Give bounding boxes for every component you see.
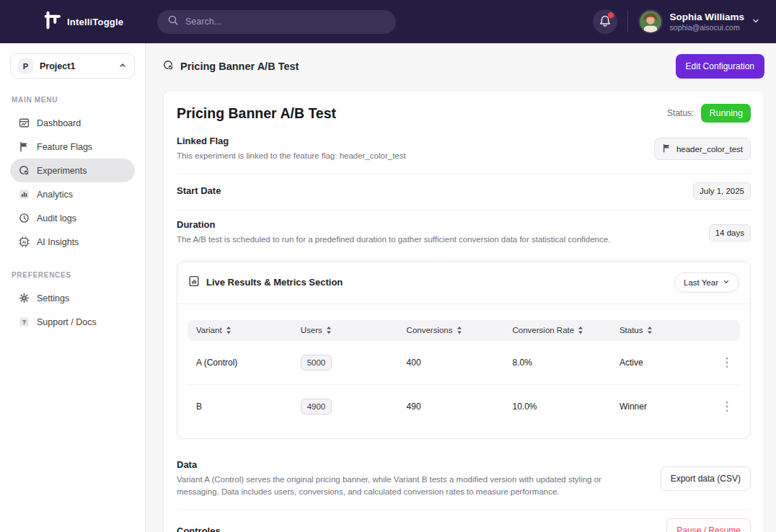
cell-rate: 10.0% (513, 402, 620, 412)
results-table: Variant Users Conversions Conversion Rat… (177, 304, 750, 438)
navbar-divider (627, 11, 628, 32)
chevron-up-icon (118, 60, 127, 73)
metrics-chart-icon (188, 275, 200, 290)
sidebar-item-settings[interactable]: Settings (10, 286, 135, 310)
linked-flag-chip[interactable]: header_color_test (654, 138, 751, 160)
edit-configuration-button[interactable]: Edit Configuration (676, 54, 764, 79)
user-menu[interactable]: Sophia Williams sophia@aisocui.com (638, 9, 760, 34)
data-row: Data Variant A (Control) serves the orig… (177, 451, 751, 510)
top-navbar: IntelliToggle Sophia Williams sophia@ais… (0, 0, 776, 43)
row-menu-button[interactable] (723, 398, 731, 415)
user-email: sophia@aisocui.com (670, 23, 744, 32)
section-label-preferences: PREFERENCES (12, 271, 135, 279)
sidebar-item-feature-flags[interactable]: Feature Flags (10, 135, 135, 159)
row-menu-button[interactable] (723, 354, 731, 371)
page-title: Pricing Banner A/B Test (180, 61, 299, 72)
duration-value[interactable]: 14 days (709, 224, 751, 241)
duration-row: Duration The A/B test is scheduled to ru… (177, 210, 751, 257)
data-description: Variant A (Control) serves the original … (177, 474, 624, 500)
cell-users[interactable]: 4900 (301, 399, 332, 414)
user-info: Sophia Williams sophia@aisocui.com (670, 12, 744, 32)
project-name: Project1 (40, 61, 112, 71)
controls-title: Controles (177, 526, 221, 532)
experiments-icon (19, 165, 30, 176)
cell-variant: A (Control) (196, 358, 301, 368)
cell-users[interactable]: 5000 (301, 355, 332, 371)
question-icon: ? (19, 316, 30, 327)
clock-icon (19, 213, 30, 223)
linked-flag-text: Linked Flag This experiment is linked to… (177, 136, 406, 163)
sidebar-item-label: Analytics (37, 190, 73, 200)
svg-text:?: ? (22, 319, 26, 326)
table-row: A (Control) 5000 400 8.0% Active (188, 341, 740, 384)
export-csv-button[interactable]: Export data (CSV) (661, 466, 751, 491)
project-initial-badge: P (18, 58, 33, 74)
column-header-conversions[interactable]: Conversions (407, 326, 513, 334)
column-header-status[interactable]: Status (620, 326, 702, 334)
column-header-users[interactable]: Users (301, 326, 407, 334)
sidebar-item-analytics[interactable]: Analytics (10, 182, 135, 206)
cell-rate: 8.0% (513, 358, 620, 368)
dashboard-icon (19, 118, 30, 128)
section-label-main-menu: MAIN MENU (12, 96, 135, 104)
gear-icon (19, 293, 30, 303)
data-title: Data (177, 459, 624, 470)
sidebar-item-ai-insights[interactable]: AI AI Insights (10, 230, 135, 254)
avatar (638, 9, 663, 34)
sidebar-item-experiments[interactable]: Experiments (10, 159, 135, 182)
sort-icon (647, 326, 653, 334)
pause-resume-button[interactable]: Pause / Resume (666, 518, 751, 532)
chevron-down-icon (723, 278, 730, 287)
time-range-dropdown[interactable]: Last Year (674, 272, 739, 293)
column-header-conversion-rate[interactable]: Conversion Rate (513, 326, 620, 334)
duration-description: The A/B test is scheduled to run for a p… (177, 234, 610, 247)
column-header-variant[interactable]: Variant (196, 326, 301, 334)
search-input[interactable] (185, 17, 386, 27)
page-header-title-group: Pricing Banner A/B Test (163, 60, 299, 73)
start-date-title: Start Date (177, 185, 221, 196)
results-card: Live Results & Metrics Section Last Year… (177, 261, 751, 439)
kebab-icon (726, 401, 728, 412)
linked-flag-value: header_color_test (676, 145, 743, 154)
navbar-right: Sophia Williams sophia@aisocui.com (593, 9, 760, 34)
page-header: Pricing Banner A/B Test Edit Configurati… (146, 43, 776, 89)
status-label: Status: (667, 108, 694, 118)
status-wrap: Status: Running (667, 104, 751, 123)
kebab-icon (726, 357, 728, 368)
start-date-value[interactable]: July 1, 2025 (693, 182, 751, 200)
table-header-row: Variant Users Conversions Conversion Rat… (188, 320, 740, 341)
start-date-row: Start Date July 1, 2025 (177, 174, 751, 210)
brand[interactable]: IntelliToggle (43, 9, 157, 34)
cell-status: Winner (620, 402, 702, 412)
controls-row: Controles Pause / Resume (177, 510, 751, 532)
ai-chip-icon: AI (19, 236, 30, 247)
notifications-button[interactable] (593, 9, 617, 34)
main-content: Pricing Banner A/B Test Edit Configurati… (146, 43, 776, 532)
search-icon (167, 14, 179, 29)
duration-text: Duration The A/B test is scheduled to ru… (177, 219, 610, 247)
sort-icon (457, 326, 462, 334)
table-row: B 4900 490 10.0% Winner (188, 385, 740, 428)
sidebar-item-label: Audit logs (37, 213, 76, 223)
results-title: Live Results & Metrics Section (206, 277, 343, 288)
intellitoggle-logo-icon (43, 9, 62, 34)
sort-icon (226, 326, 232, 334)
search-box[interactable] (157, 10, 396, 34)
linked-flag-row: Linked Flag This experiment is linked to… (177, 133, 751, 173)
sidebar-item-label: AI Insights (37, 237, 79, 247)
results-header: Live Results & Metrics Section Last Year (177, 262, 750, 303)
sidebar-item-audit-logs[interactable]: Audit logs (10, 206, 135, 230)
sidebar-item-label: Experiments (37, 166, 87, 176)
chevron-down-icon[interactable] (751, 15, 760, 28)
user-name: Sophia Williams (670, 12, 744, 24)
sidebar-item-dashboard[interactable]: Dashboard (10, 111, 135, 135)
duration-title: Duration (177, 219, 610, 230)
sidebar-item-label: Support / Docs (37, 317, 97, 327)
sort-icon (578, 326, 583, 334)
sidebar-item-support-docs[interactable]: ? Support / Docs (10, 310, 135, 334)
sidebar: P Project1 MAIN MENU Dashboard Feature F… (0, 43, 146, 532)
project-selector[interactable]: P Project1 (10, 53, 135, 79)
svg-text:AI: AI (22, 240, 27, 244)
sort-icon (326, 326, 332, 334)
card-title-row: Pricing Banner A/B Test Status: Running (177, 104, 751, 123)
